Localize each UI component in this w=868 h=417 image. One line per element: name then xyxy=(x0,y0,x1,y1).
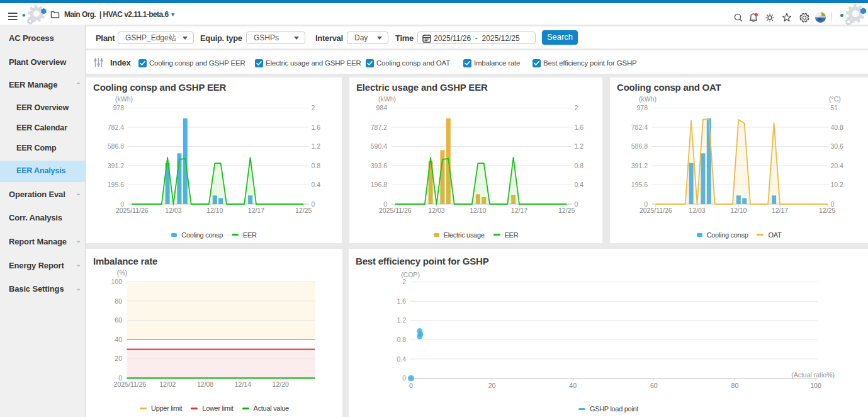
svg-text:(°C): (°C) xyxy=(829,95,841,103)
svg-text:30.6: 30.6 xyxy=(831,142,844,150)
svg-text:1.6: 1.6 xyxy=(312,123,321,131)
svg-text:12/03: 12/03 xyxy=(165,207,181,214)
svg-text:586.8: 586.8 xyxy=(108,142,124,150)
svg-text:(Actual ratio%): (Actual ratio%) xyxy=(791,371,835,379)
svg-text:12/17: 12/17 xyxy=(248,207,264,214)
svg-text:196.8: 196.8 xyxy=(371,181,387,188)
svg-text:391.2: 391.2 xyxy=(108,162,124,169)
svg-text:51: 51 xyxy=(831,104,838,111)
svg-text:2: 2 xyxy=(402,278,406,285)
svg-text:586.8: 586.8 xyxy=(631,142,648,150)
svg-text:12/03: 12/03 xyxy=(428,207,444,214)
svg-text:(kWh): (kWh) xyxy=(378,95,396,103)
svg-text:(kWh): (kWh) xyxy=(639,95,657,103)
svg-text:1.2: 1.2 xyxy=(312,142,321,150)
svg-text:590.4: 590.4 xyxy=(371,142,387,150)
svg-text:60: 60 xyxy=(115,316,122,324)
svg-text:0.8: 0.8 xyxy=(397,336,406,343)
svg-text:782.4: 782.4 xyxy=(108,123,124,131)
svg-text:12/17: 12/17 xyxy=(772,207,788,214)
svg-text:(COP): (COP) xyxy=(401,271,420,278)
svg-text:(%): (%) xyxy=(117,269,127,277)
svg-text:978: 978 xyxy=(113,104,124,111)
svg-text:10.2: 10.2 xyxy=(831,181,844,188)
svg-text:1.2: 1.2 xyxy=(397,316,406,324)
svg-text:20: 20 xyxy=(115,355,122,362)
svg-text:80: 80 xyxy=(115,297,122,305)
svg-text:20: 20 xyxy=(488,382,496,389)
svg-text:0.4: 0.4 xyxy=(312,181,321,188)
svg-text:2025/11/26: 2025/11/26 xyxy=(114,380,147,388)
svg-text:40: 40 xyxy=(569,382,577,389)
svg-text:12/25: 12/25 xyxy=(558,207,575,214)
svg-text:1.2: 1.2 xyxy=(575,142,584,150)
svg-text:2: 2 xyxy=(575,104,578,111)
svg-text:2: 2 xyxy=(312,104,315,111)
svg-text:20.4: 20.4 xyxy=(831,162,844,169)
svg-text:787.2: 787.2 xyxy=(371,123,387,131)
svg-text:0.8: 0.8 xyxy=(575,162,584,169)
svg-text:100: 100 xyxy=(810,382,821,389)
svg-text:782.4: 782.4 xyxy=(631,123,648,131)
svg-text:80: 80 xyxy=(731,382,739,389)
svg-text:40.8: 40.8 xyxy=(831,123,844,131)
svg-text:195.6: 195.6 xyxy=(108,181,124,188)
svg-text:12/10: 12/10 xyxy=(206,207,223,214)
svg-text:0.8: 0.8 xyxy=(312,162,321,169)
svg-text:12/14: 12/14 xyxy=(235,380,251,388)
svg-text:12/10: 12/10 xyxy=(470,207,486,214)
svg-text:195.6: 195.6 xyxy=(631,181,648,188)
svg-text:0: 0 xyxy=(409,382,413,389)
svg-text:(kWh): (kWh) xyxy=(115,95,133,103)
svg-text:12/25: 12/25 xyxy=(295,207,312,214)
svg-text:12/17: 12/17 xyxy=(511,207,527,214)
svg-text:0: 0 xyxy=(312,200,315,208)
svg-text:2025/11/26: 2025/11/26 xyxy=(379,207,412,214)
svg-text:1.6: 1.6 xyxy=(575,123,584,131)
svg-text:0.4: 0.4 xyxy=(397,355,406,363)
svg-text:978: 978 xyxy=(636,104,648,111)
svg-text:12/10: 12/10 xyxy=(730,207,747,214)
svg-text:0: 0 xyxy=(575,200,578,208)
svg-text:12/25: 12/25 xyxy=(819,207,835,214)
svg-text:984: 984 xyxy=(376,104,387,111)
svg-text:1.6: 1.6 xyxy=(397,297,406,305)
svg-text:0.4: 0.4 xyxy=(575,181,584,188)
svg-text:12/02: 12/02 xyxy=(159,380,176,388)
svg-text:391.2: 391.2 xyxy=(631,162,648,169)
svg-text:393.6: 393.6 xyxy=(371,162,387,169)
svg-text:12/03: 12/03 xyxy=(689,207,705,214)
svg-text:2025/11/26: 2025/11/26 xyxy=(640,207,672,214)
svg-text:60: 60 xyxy=(650,382,658,389)
svg-text:0: 0 xyxy=(402,374,406,382)
svg-text:12/20: 12/20 xyxy=(273,380,289,388)
svg-text:100: 100 xyxy=(111,278,122,285)
svg-text:12/08: 12/08 xyxy=(197,380,213,388)
svg-text:40: 40 xyxy=(115,336,122,343)
svg-text:2025/11/26: 2025/11/26 xyxy=(116,207,149,214)
